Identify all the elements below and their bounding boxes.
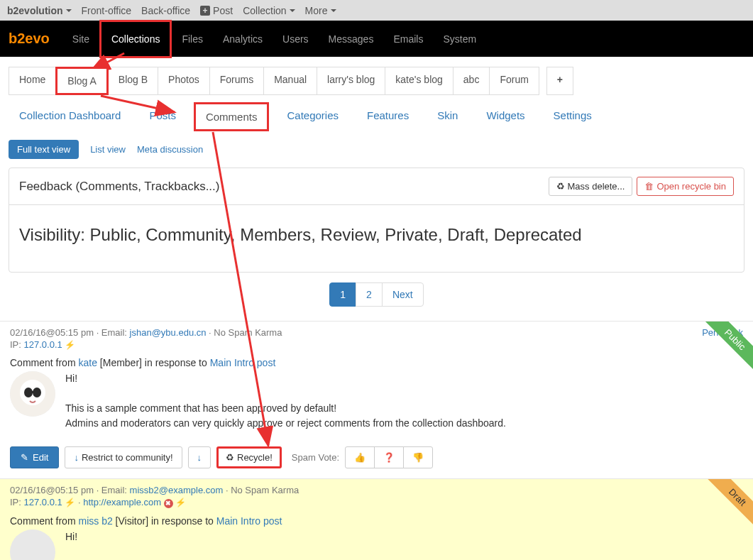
nav-site[interactable]: Site bbox=[62, 22, 99, 56]
bolt-icon: ⚡ bbox=[65, 498, 75, 507]
nav-emails[interactable]: Emails bbox=[383, 22, 433, 56]
edit-button[interactable]: ✎Edit bbox=[10, 446, 59, 468]
nav-analytics[interactable]: Analytics bbox=[213, 22, 273, 56]
ip-link[interactable]: 127.0.0.1 bbox=[24, 339, 62, 350]
comment-ip: IP: 127.0.0.1 ⚡ · http://example.com ✖ ⚡ bbox=[0, 497, 753, 512]
pagination: 1 2 Next bbox=[0, 282, 753, 307]
comment-meta: 02/16/16@05:15 pm · Email: missb2@exampl… bbox=[10, 485, 299, 495]
tab-home[interactable]: Home bbox=[9, 67, 56, 95]
evobar-more[interactable]: More bbox=[305, 5, 336, 16]
collection-subtabs: Collection Dashboard Posts Comments Cate… bbox=[0, 95, 753, 131]
tab-forums[interactable]: Forums bbox=[209, 67, 264, 95]
plus-icon: + bbox=[200, 6, 210, 16]
caret-icon bbox=[66, 9, 72, 12]
evobar-brand[interactable]: b2evolution bbox=[7, 5, 72, 16]
caret-icon bbox=[331, 9, 336, 12]
comment-text: Hi! This is a sample comment that has be… bbox=[65, 371, 506, 431]
comment-ip: IP: 127.0.0.1 ⚡ bbox=[0, 339, 753, 354]
view-meta[interactable]: Meta discussion bbox=[137, 144, 203, 155]
question-icon: ❓ bbox=[383, 452, 395, 463]
subtab-posts[interactable]: Posts bbox=[138, 102, 187, 131]
author-link[interactable]: miss b2 bbox=[78, 515, 112, 527]
comment-text: Hi! bbox=[65, 529, 77, 561]
nav-collections[interactable]: Collections bbox=[99, 20, 172, 58]
nav-files[interactable]: Files bbox=[172, 22, 213, 56]
recycle-button[interactable]: ♻ Recycle! bbox=[216, 446, 282, 468]
evobar-collection[interactable]: Collection bbox=[243, 5, 295, 16]
thumbs-down-button[interactable]: 👎 bbox=[403, 446, 433, 468]
svg-rect-4 bbox=[31, 391, 34, 393]
caret-icon bbox=[290, 9, 295, 12]
subtab-comments[interactable]: Comments bbox=[194, 102, 270, 131]
evobar-back-office[interactable]: Back-office bbox=[141, 5, 190, 16]
open-recycle-bin-button[interactable]: 🗑Open recycle bin bbox=[637, 177, 734, 196]
subtab-settings[interactable]: Settings bbox=[543, 102, 603, 131]
trash-icon: 🗑 bbox=[644, 181, 654, 192]
bolt-icon: ⚡ bbox=[65, 340, 75, 350]
demote-button[interactable]: ↓ bbox=[188, 446, 211, 468]
restrict-button[interactable]: ↓Restrict to community! bbox=[65, 446, 182, 468]
nav-messages[interactable]: Messages bbox=[319, 22, 384, 56]
page-2[interactable]: 2 bbox=[356, 282, 383, 307]
arrow-down-icon: ↓ bbox=[74, 452, 79, 463]
subtab-categories[interactable]: Categories bbox=[276, 102, 349, 131]
ban-icon[interactable]: ✖ bbox=[164, 499, 173, 508]
url-link[interactable]: http://example.com bbox=[83, 497, 161, 507]
bolt-icon: ⚡ bbox=[175, 498, 186, 507]
visibility-filter-text: Visibility: Public, Community, Members, … bbox=[19, 225, 734, 245]
view-list[interactable]: List view bbox=[90, 144, 126, 155]
arrow-down-icon: ↓ bbox=[197, 452, 202, 463]
spam-vote-label: Spam Vote: bbox=[292, 452, 339, 463]
comment-item: Draft 02/16/16@05:15 pm · Email: missb2@… bbox=[0, 478, 753, 560]
thumbs-up-button[interactable]: 👍 bbox=[345, 446, 375, 468]
tab-forum[interactable]: Forum bbox=[489, 67, 539, 95]
tab-blog-a[interactable]: Blog A bbox=[55, 67, 108, 95]
comment-meta: 02/16/16@05:15 pm · Email: jshan@ybu.edu… bbox=[10, 327, 282, 338]
comment-item: Public 02/16/16@05:15 pm · Email: jshan@… bbox=[0, 321, 753, 478]
tab-blog-b[interactable]: Blog B bbox=[108, 67, 158, 95]
avatar[interactable] bbox=[10, 371, 55, 417]
comment-email-link[interactable]: missb2@example.com bbox=[130, 485, 224, 495]
evobar-front-office[interactable]: Front-office bbox=[82, 5, 132, 16]
author-link[interactable]: kate bbox=[78, 357, 97, 368]
tab-larrys-blog[interactable]: larry's blog bbox=[317, 67, 385, 95]
recycle-icon: ♻ bbox=[226, 452, 234, 463]
tab-photos[interactable]: Photos bbox=[158, 67, 210, 95]
subtab-dashboard[interactable]: Collection Dashboard bbox=[9, 102, 131, 131]
page-1[interactable]: 1 bbox=[329, 282, 356, 307]
thumbs-up-icon: 👍 bbox=[354, 452, 365, 463]
thumbs-down-icon: 👎 bbox=[412, 452, 424, 463]
tab-manual[interactable]: Manual bbox=[263, 67, 317, 95]
avatar[interactable] bbox=[10, 529, 55, 561]
panel-header: Feedback (Comments, Trackbacks...) ♻Mass… bbox=[9, 168, 744, 205]
evobar: b2evolution Front-office Back-office + P… bbox=[0, 0, 753, 21]
main-nav: b2evo Site Collections Files Analytics U… bbox=[0, 21, 753, 57]
comment-from-line: Comment from miss b2 [Visitor] in respon… bbox=[10, 515, 743, 527]
comment-actions: ✎Edit ↓Restrict to community! ↓ ♻ Recycl… bbox=[0, 439, 753, 478]
view-full-text[interactable]: Full text view bbox=[9, 140, 79, 159]
nav-users[interactable]: Users bbox=[273, 22, 319, 56]
comment-from-line: Comment from kate [Member] in response t… bbox=[10, 357, 743, 368]
view-tabs: Full text view List view Meta discussion bbox=[0, 131, 753, 168]
mass-delete-button[interactable]: ♻Mass delete... bbox=[549, 177, 633, 196]
evobar-post[interactable]: + Post bbox=[200, 5, 233, 16]
post-link[interactable]: Main Intro post bbox=[210, 357, 276, 368]
tab-add-collection[interactable]: + bbox=[546, 67, 573, 95]
brand-logo[interactable]: b2evo bbox=[9, 31, 50, 47]
feedback-panel: Feedback (Comments, Trackbacks...) ♻Mass… bbox=[9, 168, 744, 273]
subtab-features[interactable]: Features bbox=[356, 102, 419, 131]
subtab-skin[interactable]: Skin bbox=[427, 102, 468, 131]
ip-link[interactable]: 127.0.0.1 bbox=[24, 497, 62, 507]
panel-title: Feedback (Comments, Trackbacks...) bbox=[19, 180, 219, 194]
post-link[interactable]: Main Intro post bbox=[216, 515, 282, 527]
comment-email-link[interactable]: jshan@ybu.edu.cn bbox=[130, 327, 207, 338]
tab-kates-blog[interactable]: kate's blog bbox=[385, 67, 454, 95]
pencil-icon: ✎ bbox=[21, 452, 28, 463]
subtab-widgets[interactable]: Widgets bbox=[476, 102, 535, 131]
collection-tabs: Home Blog A Blog B Photos Forums Manual … bbox=[0, 57, 753, 95]
recycle-icon: ♻ bbox=[556, 181, 565, 192]
help-button[interactable]: ❓ bbox=[374, 446, 404, 468]
nav-system[interactable]: System bbox=[433, 22, 486, 56]
tab-abc[interactable]: abc bbox=[453, 67, 490, 95]
page-next[interactable]: Next bbox=[382, 282, 424, 307]
